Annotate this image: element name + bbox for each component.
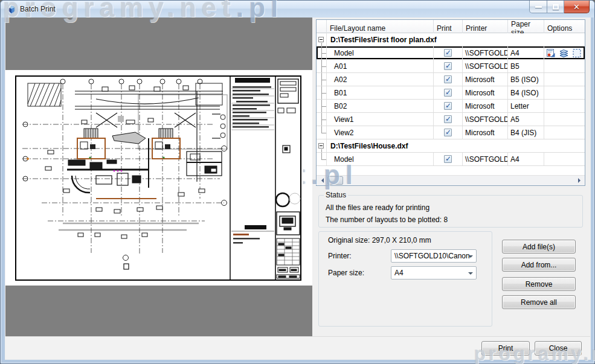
minimize-icon <box>535 6 542 8</box>
table-row[interactable]: A02 Microsoft B5 (ISO) <box>317 73 585 86</box>
preview-pane <box>5 18 312 336</box>
table-row[interactable]: Model \\SOFTGOLD A4 <box>317 46 585 60</box>
minimize-button[interactable] <box>529 1 547 13</box>
status-title: Status <box>324 191 348 199</box>
printer-label: Printer: <box>328 252 352 260</box>
printer-cell[interactable]: \\SOFTGOLD <box>463 60 508 72</box>
controls-pane: File/Layout name Print Printer Paper siz… <box>312 18 591 336</box>
status-line-2: The number of layouts to be plotted: 8 <box>326 216 448 224</box>
paper-cell[interactable]: A4 <box>508 153 544 165</box>
printer-combobox-value: \\SOFTGOLD10\Canon <box>394 252 470 260</box>
printer-cell[interactable]: \\SOFTGOLD <box>463 153 508 165</box>
print-preview-icon[interactable] <box>546 48 556 58</box>
layout-name[interactable]: Model <box>327 153 434 165</box>
print-checkbox[interactable] <box>444 75 452 83</box>
paper-cell[interactable]: B4 (JIS) <box>508 126 544 139</box>
scroll-thumb[interactable] <box>327 176 343 185</box>
layers-icon[interactable] <box>559 48 569 58</box>
chevron-down-icon <box>468 272 473 277</box>
window-title: Batch Print <box>20 5 56 13</box>
chevron-down-icon <box>468 255 473 260</box>
collapse-icon[interactable] <box>318 143 324 148</box>
layout-name[interactable]: A01 <box>327 60 434 72</box>
paper-cell[interactable]: A5 <box>508 113 544 126</box>
paper-cell[interactable]: B5 <box>508 60 544 72</box>
layout-name[interactable]: B01 <box>327 86 434 99</box>
table-row[interactable]: View1 \\SOFTGOLD A5 <box>317 113 585 126</box>
scroll-left-button[interactable] <box>317 176 327 185</box>
printer-cell[interactable]: \\SOFTGOLD <box>463 113 508 126</box>
client-area: File/Layout name Print Printer Paper siz… <box>5 18 591 360</box>
close-icon: ✕ <box>573 3 580 11</box>
table-row[interactable]: Model \\SOFTGOLD A4 <box>317 153 585 166</box>
app-icon <box>6 4 17 14</box>
paper-cell[interactable]: B4 (ISO) <box>508 86 544 99</box>
print-checkbox[interactable] <box>444 115 452 123</box>
original-size-label: Original size: 297,0 X 210,0 mm <box>328 236 431 244</box>
print-checkbox[interactable] <box>444 129 452 136</box>
bottom-bar: Print Close <box>5 336 590 359</box>
h-scrollbar[interactable] <box>317 175 585 185</box>
collapse-icon[interactable] <box>318 37 324 42</box>
drawing-preview <box>5 18 312 336</box>
print-button[interactable]: Print <box>481 341 530 356</box>
printer-cell[interactable]: Microsoft <box>463 73 508 86</box>
print-checkbox[interactable] <box>444 155 452 163</box>
paper-size-combobox[interactable]: A4 <box>391 266 477 279</box>
title-bar: Batch Print ✕ <box>1 1 594 18</box>
print-checkbox[interactable] <box>444 102 452 110</box>
table-row[interactable]: B02 Microsoft Letter <box>317 100 585 113</box>
group-row[interactable]: D:\TestFiles\First floor plan.dxf <box>317 33 585 46</box>
layout-name[interactable]: B02 <box>327 100 434 112</box>
maximize-icon <box>553 4 559 10</box>
paper-cell[interactable]: Letter <box>508 100 544 112</box>
batch-print-window: Batch Print ✕ <box>0 0 595 364</box>
printer-cell[interactable]: \\SOFTGOLD <box>463 46 508 59</box>
add-files-button[interactable]: Add file(s) <box>502 240 576 254</box>
group-file-name: D:\TestFiles\First floor plan.dxf <box>327 33 585 46</box>
layout-name[interactable]: Model <box>327 46 434 59</box>
paper-cell[interactable]: B5 (ISO) <box>508 73 544 86</box>
printer-cell[interactable]: Microsoft <box>463 126 508 139</box>
layout-name[interactable]: A02 <box>327 73 434 86</box>
layout-name[interactable]: View1 <box>327 113 434 126</box>
close-dialog-button[interactable]: Close <box>535 341 582 356</box>
status-line-1: All the files are ready for printing <box>326 203 429 212</box>
remove-button[interactable]: Remove <box>502 277 576 291</box>
options-cell <box>544 46 585 59</box>
group-row[interactable]: D:\TestFiles\House.dxf <box>317 139 585 153</box>
table-row[interactable]: A01 \\SOFTGOLD B5 <box>317 60 585 73</box>
printer-cell[interactable]: Microsoft <box>463 100 508 112</box>
close-button[interactable]: ✕ <box>564 1 590 13</box>
printer-combobox[interactable]: \\SOFTGOLD10\Canon <box>391 249 477 263</box>
print-checkbox[interactable] <box>444 49 452 57</box>
scroll-right-arrow-icon <box>578 178 583 183</box>
group-file-name: D:\TestFiles\House.dxf <box>327 139 585 152</box>
printer-cell[interactable]: Microsoft <box>463 86 508 99</box>
layout-name[interactable]: View2 <box>327 126 434 139</box>
table-row[interactable]: B01 Microsoft B4 (ISO) <box>317 86 585 100</box>
paper-size-label: Paper size: <box>328 269 364 277</box>
paper-size-combobox-value: A4 <box>394 269 404 277</box>
layouts-table: File/Layout name Print Printer Paper siz… <box>316 19 585 186</box>
maximize-button[interactable] <box>547 1 564 13</box>
print-checkbox[interactable] <box>444 62 452 70</box>
print-checkbox[interactable] <box>444 89 452 97</box>
remove-all-button[interactable]: Remove all <box>502 295 576 309</box>
selection-frame-icon[interactable] <box>572 48 582 58</box>
table-header: File/Layout name Print Printer Paper siz… <box>317 20 585 33</box>
paper-cell[interactable]: A4 <box>508 46 544 59</box>
scroll-left-arrow-icon <box>319 178 324 183</box>
scroll-right-button[interactable] <box>574 176 585 185</box>
add-from-button[interactable]: Add from... <box>502 258 576 272</box>
table-row[interactable]: View2 Microsoft B4 (JIS) <box>317 126 585 139</box>
